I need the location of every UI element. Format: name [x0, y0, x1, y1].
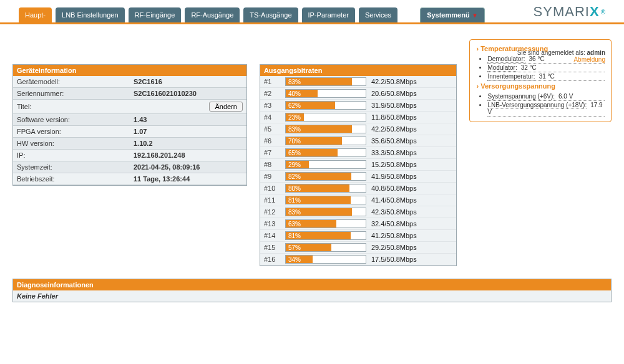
bitrate-bar: 34% [285, 255, 366, 264]
bitrate-index: #12 [264, 208, 280, 216]
bitrate-index: #7 [264, 149, 280, 156]
bitrate-value: 15.2/50.8Mbps [371, 161, 440, 168]
bitrate-bar: 83% [285, 77, 366, 86]
bitrate-fill: 34% [286, 256, 313, 263]
bitrate-value: 11.8/50.8Mbps [371, 113, 440, 121]
bitrate-row: #362%31.9/50.8Mbps [260, 100, 457, 112]
tab-ts-out[interactable]: TS-Ausgänge [243, 7, 298, 22]
bitrate-value: 31.9/50.8Mbps [371, 102, 440, 109]
status-value: 6.0 V [558, 93, 573, 100]
bitrate-bar: 70% [285, 136, 366, 145]
hw-label: HW version: [13, 138, 130, 150]
bitrate-fill: 83% [286, 125, 352, 133]
uptime-label: Betriebszeit: [13, 173, 130, 185]
bitrates-header: Ausgangsbitraten [260, 65, 457, 76]
bitrate-row: #423%11.8/50.8Mbps [260, 112, 457, 123]
chevron-down-icon: ▼ [472, 12, 478, 19]
tab-rf-out[interactable]: RF-Ausgänge [185, 7, 240, 22]
brand-logo: SYMARIX® [534, 4, 605, 22]
registered-icon: ® [601, 9, 605, 16]
bitrate-row: #583%42.2/50.8Mbps [260, 123, 457, 135]
status-key: Systemspannung (+6V): [487, 93, 555, 100]
brand-text: SYMARI [534, 4, 590, 19]
bitrate-value: 42.3/50.8Mbps [371, 208, 440, 216]
bitrate-value: 32.4/50.8Mbps [371, 220, 440, 228]
bitrate-row: #765%33.3/50.8Mbps [260, 147, 457, 159]
model-label: Gerätemodell: [13, 76, 130, 88]
bitrate-index: #11 [264, 196, 280, 204]
bitrate-value: 29.2/50.8Mbps [371, 244, 440, 251]
bitrate-fill: 29% [286, 161, 309, 168]
diagnostics-header: Diagnoseinformationen [13, 279, 611, 290]
bitrates-body: #183%42.2/50.8Mbps#240%20.6/50.8Mbps#362… [260, 76, 457, 266]
bitrate-value: 40.8/50.8Mbps [371, 184, 440, 192]
title-change-button[interactable]: Ändern [209, 102, 242, 112]
bitrate-fill: 57% [286, 244, 331, 251]
bitrate-row: #1363%32.4/50.8Mbps [260, 218, 457, 230]
bitrate-row: #240%20.6/50.8Mbps [260, 88, 457, 100]
status-item: Systemspannung (+6V):6.0 V [487, 92, 605, 101]
tab-services[interactable]: Services [359, 7, 397, 22]
tab-main[interactable]: Haupt- [19, 7, 52, 22]
bitrate-row: #1481%41.2/50.8Mbps [260, 230, 457, 242]
status-value: 31 °C [539, 73, 555, 80]
bitrate-fill: 83% [286, 208, 352, 216]
bitrate-fill: 70% [286, 137, 342, 145]
temperature-list: Demodulator:36 °CModulator:32 °CInnentem… [487, 55, 605, 81]
brand-x: X [590, 4, 600, 19]
uptime-value: 11 Tage, 13:26:44 [130, 173, 246, 185]
bitrate-fill: 63% [286, 220, 336, 228]
bitrates-panel: Ausgangsbitraten #183%42.2/50.8Mbps#240%… [260, 64, 457, 266]
bitrate-fill: 81% [286, 232, 351, 239]
power-list: Systemspannung (+6V):6.0 VLNB-Versorgung… [487, 92, 605, 117]
status-item: Modulator:32 °C [487, 64, 605, 72]
bitrate-fill: 82% [286, 173, 351, 180]
bitrate-row: #982%41.9/50.8Mbps [260, 171, 457, 183]
power-heading: Versorgungsspannung [476, 82, 605, 90]
bitrate-index: #3 [264, 102, 280, 109]
bitrate-index: #5 [264, 125, 280, 133]
bitrate-index: #9 [264, 173, 280, 180]
serial-value: S2C1616021010230 [130, 88, 246, 100]
tab-rf-in[interactable]: RF-Eingänge [129, 7, 182, 22]
status-item: LNB-Versorgungsspannung (+18V):17.9 V [487, 101, 605, 117]
status-value: 36 °C [529, 55, 545, 62]
tab-ip[interactable]: IP-Parameter [302, 7, 355, 22]
bitrate-index: #10 [264, 184, 280, 192]
bitrate-index: #14 [264, 232, 280, 239]
status-sidebox: Temperaturmessung Demodulator:36 °CModul… [469, 39, 612, 122]
status-item: Innentemperatur:31 °C [487, 72, 605, 81]
bitrate-bar: 83% [285, 208, 366, 216]
tab-system-menu[interactable]: Systemmenü▼ [420, 7, 484, 22]
bitrate-row: #1283%42.3/50.8Mbps [260, 206, 457, 218]
device-info-header: Geräteinformation [13, 65, 246, 76]
sw-label: Software version: [13, 114, 130, 126]
bitrate-row: #670%35.6/50.8Mbps [260, 135, 457, 147]
status-key: Modulator: [487, 64, 517, 72]
status-key: Innentemperatur: [487, 73, 535, 80]
bitrate-fill: 80% [286, 184, 349, 192]
bitrate-bar: 82% [285, 172, 366, 181]
ip-value: 192.168.201.248 [130, 150, 246, 161]
bitrate-index: #6 [264, 137, 280, 145]
bitrate-bar: 40% [285, 89, 366, 98]
bitrate-fill: 65% [286, 149, 338, 156]
device-info-panel: Geräteinformation Gerätemodell: S2C1616 … [12, 64, 247, 186]
serial-label: Seriennummer: [13, 88, 130, 100]
bitrate-bar: 29% [285, 160, 366, 169]
tab-bar: Haupt- LNB Einstellungen RF-Eingänge RF-… [19, 7, 485, 22]
bitrate-bar: 83% [285, 125, 366, 133]
diagnostics-body: Keine Fehler [13, 290, 611, 302]
bitrate-row: #829%15.2/50.8Mbps [260, 159, 457, 171]
status-key: LNB-Versorgungsspannung (+18V): [487, 102, 587, 109]
device-info-table: Gerätemodell: S2C1616 Seriennummer: S2C1… [13, 76, 246, 185]
top-navbar: Haupt- LNB Einstellungen RF-Eingänge RF-… [0, 0, 624, 24]
fpga-value: 1.07 [130, 126, 246, 138]
status-value: 32 °C [521, 64, 537, 71]
bitrate-fill: 62% [286, 102, 335, 109]
bitrate-fill: 23% [286, 113, 304, 121]
tab-lnb[interactable]: LNB Einstellungen [56, 7, 125, 22]
bitrate-index: #16 [264, 256, 280, 263]
bitrate-index: #13 [264, 220, 280, 228]
bitrate-value: 42.2/50.8Mbps [371, 125, 440, 133]
